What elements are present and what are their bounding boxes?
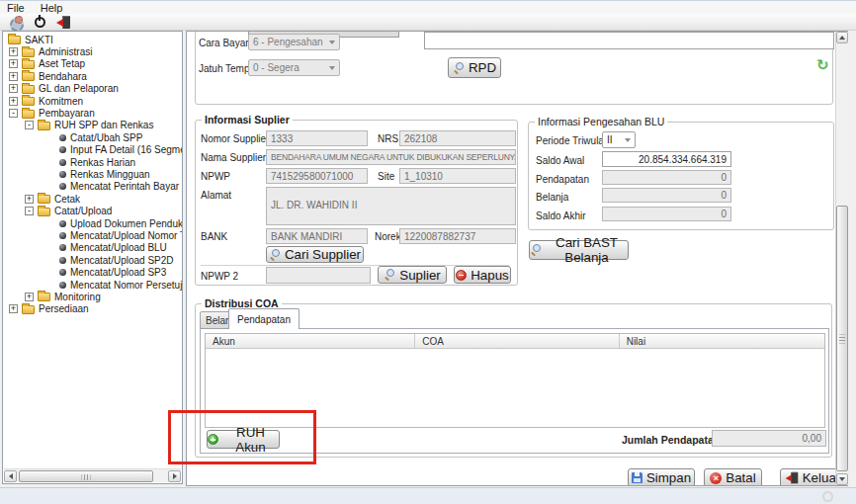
saldo-awal-field[interactable]: 20.854.334.664.319 bbox=[602, 151, 731, 167]
tree-item[interactable]: +Bendahara bbox=[6, 70, 182, 82]
tree-item[interactable]: +Administrasi bbox=[6, 45, 182, 57]
tree-horizontal-scrollbar[interactable] bbox=[4, 468, 181, 482]
tree-item[interactable]: Renkas Harian bbox=[6, 156, 182, 168]
leaf-icon bbox=[59, 159, 66, 166]
tree-item[interactable]: Input FA Detail (16 Segmen) bbox=[6, 144, 182, 156]
menu-file[interactable]: File bbox=[5, 2, 27, 14]
menu-bar: File Help bbox=[0, 0, 856, 14]
tree-item[interactable]: Mencatat Nomor Persetujuan MPHI bbox=[6, 279, 182, 291]
suplier-button[interactable]: Suplier bbox=[378, 266, 447, 284]
nama-supplier-field: BENDAHARA UMUM NEGARA UNTUK DIBUKUKAN SE… bbox=[266, 149, 516, 165]
column-header-akun[interactable]: Akun bbox=[206, 334, 414, 348]
menu-help[interactable]: Help bbox=[39, 2, 65, 14]
jatuh-tempo-select: 0 - Segera bbox=[248, 59, 340, 76]
folder-icon bbox=[22, 72, 35, 81]
tree-item[interactable]: Mencatat/Upload SP3 bbox=[6, 266, 182, 278]
search-icon bbox=[269, 249, 281, 261]
refresh-icon[interactable]: ↻ bbox=[816, 58, 829, 71]
leaf-icon bbox=[59, 269, 66, 276]
simpan-button[interactable]: Simpan bbox=[628, 468, 695, 486]
form-vertical-scrollbar[interactable] bbox=[835, 32, 848, 485]
tree-item[interactable]: Mencatat Perintah Bayar bbox=[6, 181, 182, 193]
tree-item[interactable]: +Monitoring bbox=[6, 291, 182, 302]
column-header-nilai[interactable]: Nilai bbox=[619, 334, 824, 348]
tree-item[interactable]: -Catat/Upload bbox=[6, 205, 182, 216]
site-field: 1_10310 bbox=[399, 168, 516, 184]
top-text-field[interactable] bbox=[424, 32, 834, 49]
tree-item[interactable]: +Komitmen bbox=[6, 95, 182, 107]
folder-icon bbox=[22, 305, 35, 314]
column-header-coa[interactable]: COA bbox=[414, 334, 618, 348]
scroll-left-button[interactable] bbox=[4, 470, 17, 482]
tree-item[interactable]: +Cetak bbox=[6, 193, 182, 205]
tree-item-label: RUH SPP dan Renkas bbox=[54, 120, 153, 130]
rpd-button[interactable]: RPD bbox=[448, 57, 501, 78]
scrollbar-thumb[interactable] bbox=[19, 470, 153, 482]
tree-item[interactable]: Renkas Mingguan bbox=[6, 168, 182, 180]
collapse-minus-icon[interactable]: - bbox=[25, 121, 34, 129]
periode-triwulan-select[interactable]: II bbox=[602, 131, 636, 148]
app-window: File Help SAKTI+Administrasi+Aset Tetap+… bbox=[0, 0, 856, 504]
tree-item[interactable]: -Pembayaran bbox=[6, 107, 182, 119]
expand-plus-icon[interactable]: + bbox=[9, 47, 18, 56]
hapus-button[interactable]: Hapus bbox=[454, 266, 511, 284]
expand-plus-icon[interactable]: + bbox=[25, 195, 34, 204]
scrollbar-thumb[interactable] bbox=[836, 206, 848, 471]
leaf-icon bbox=[59, 146, 66, 153]
expand-plus-icon[interactable]: + bbox=[9, 97, 18, 106]
tree-item-label: Mencatat/Upload BLU bbox=[70, 242, 167, 253]
alamat-label: Alamat bbox=[201, 190, 231, 201]
batal-button[interactable]: × Batal bbox=[704, 468, 762, 486]
left-arrow-icon bbox=[9, 473, 13, 479]
tree-item[interactable]: -RUH SPP dan Renkas bbox=[6, 120, 182, 131]
scroll-right-button[interactable] bbox=[168, 470, 181, 482]
tree-item[interactable]: Upload Dokumen Pendukung bbox=[6, 217, 182, 229]
tree-item[interactable]: +Aset Tetap bbox=[6, 58, 182, 70]
power-button[interactable] bbox=[31, 15, 48, 30]
search-icon bbox=[384, 269, 395, 281]
up-arrow-icon bbox=[839, 36, 845, 40]
jumlah-pendapatan-field: 0,00 bbox=[712, 430, 826, 447]
supplier-group: Informasi Suplier Nomor Supplier 1333 NR… bbox=[195, 120, 518, 286]
tree-item[interactable]: SAKTI bbox=[6, 34, 182, 45]
cari-supplier-button[interactable]: Cari Supplier bbox=[266, 246, 364, 263]
tree-item-label: Monitoring bbox=[54, 292, 101, 302]
expand-plus-icon[interactable]: + bbox=[9, 304, 18, 313]
npwp2-field[interactable] bbox=[266, 267, 371, 284]
folder-icon bbox=[22, 97, 35, 106]
tree-item[interactable]: Mencatat/Upload SP2D bbox=[6, 254, 182, 266]
leaf-icon bbox=[59, 183, 66, 190]
tree-item[interactable]: +GL dan Pelaporan bbox=[6, 83, 182, 95]
expand-plus-icon[interactable]: + bbox=[9, 84, 18, 93]
tree-item-label: Mencatat/Upload SP3 bbox=[70, 267, 166, 278]
folder-icon bbox=[8, 36, 21, 44]
tree-item-label: Mencatat/Upload SP2D bbox=[70, 255, 174, 266]
collapse-minus-icon[interactable]: - bbox=[25, 207, 34, 215]
expand-plus-icon[interactable]: + bbox=[25, 293, 34, 301]
tree-item[interactable]: Mencatat/Upload BLU bbox=[6, 242, 182, 254]
exit-button[interactable] bbox=[54, 15, 72, 30]
expand-plus-icon[interactable]: + bbox=[9, 72, 18, 81]
exit-door-icon bbox=[785, 472, 798, 484]
tree-item[interactable]: Mencatat/Upload Nomor Tagihan A bbox=[6, 229, 182, 241]
scroll-down-button[interactable] bbox=[836, 473, 848, 485]
saldo-akhir-field: 0 bbox=[602, 207, 731, 221]
tree-item[interactable]: +Persediaan bbox=[6, 303, 182, 315]
collapse-minus-icon[interactable]: - bbox=[9, 109, 18, 118]
nrs-field: 262108 bbox=[399, 130, 516, 146]
scroll-up-button[interactable] bbox=[836, 32, 848, 43]
tree-item-label: Aset Tetap bbox=[39, 58, 85, 69]
cari-bast-belanja-button[interactable]: Cari BAST Belanja bbox=[529, 240, 629, 260]
tree-item[interactable]: Catat/Ubah SPP bbox=[6, 131, 182, 143]
settings-button[interactable] bbox=[7, 15, 25, 30]
leaf-icon bbox=[59, 134, 66, 141]
belanja-field: 0 bbox=[602, 188, 731, 203]
folder-icon bbox=[38, 293, 50, 301]
tab-pendapatan[interactable]: Pendapatan bbox=[228, 308, 300, 329]
power-icon bbox=[35, 17, 45, 28]
cara-bayar-label: Cara Bayar bbox=[199, 38, 249, 48]
expand-plus-icon[interactable]: + bbox=[9, 59, 18, 68]
saldo-awal-label: Saldo Awal bbox=[536, 155, 584, 166]
right-arrow-icon bbox=[173, 473, 177, 479]
tree-item-label: Cetak bbox=[54, 194, 80, 205]
